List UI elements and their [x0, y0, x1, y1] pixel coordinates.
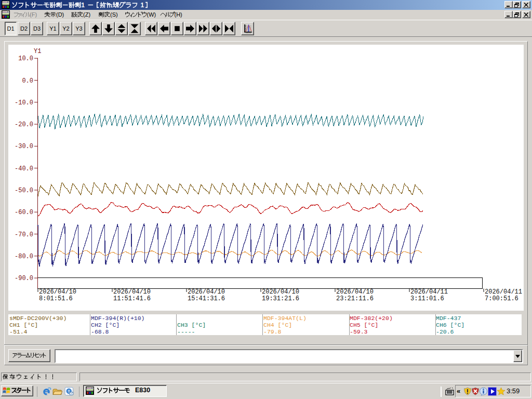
svg-text:-30.0: -30.0 — [15, 143, 33, 150]
svg-text:(W): (W) — [147, 11, 156, 18]
svg-text:(F): (F) — [30, 11, 37, 18]
svg-text:0.0: 0.0 — [22, 77, 33, 85]
svg-text:-40.0: -40.0 — [15, 165, 33, 172]
svg-text:(S): (S) — [110, 11, 118, 18]
svg-text:2026/04/11: 2026/04/11 — [485, 288, 522, 296]
svg-text:2026/04/10: 2026/04/10 — [336, 288, 374, 296]
svg-text:1: 1 — [81, 2, 85, 9]
svg-text:2026/04/10: 2026/04/10 — [188, 288, 225, 296]
svg-text:(Z): (Z) — [83, 11, 90, 18]
svg-text:11:51:41.6: 11:51:41.6 — [113, 295, 151, 302]
svg-text:-80.0: -80.0 — [15, 253, 33, 260]
svg-text:1: 1 — [141, 2, 144, 9]
svg-text:(H): (H) — [175, 11, 182, 18]
svg-text:2026/04/10: 2026/04/10 — [113, 288, 151, 296]
svg-text:2026/04/11: 2026/04/11 — [410, 288, 448, 296]
svg-text:2026/04/10: 2026/04/10 — [39, 288, 76, 296]
svg-text:E830: E830 — [135, 387, 150, 394]
svg-text:10.0: 10.0 — [18, 55, 33, 62]
svg-text:7:00:51.6: 7:00:51.6 — [485, 295, 518, 302]
svg-text:15:41:31.6: 15:41:31.6 — [188, 295, 225, 302]
svg-text:Y1: Y1 — [34, 48, 41, 55]
svg-text:-10.0: -10.0 — [15, 99, 33, 107]
svg-text:(D): (D) — [56, 11, 64, 18]
svg-text:-60.0: -60.0 — [15, 209, 33, 216]
svg-text:23:21:11.6: 23:21:11.6 — [336, 295, 374, 302]
svg-text:19:31:21.6: 19:31:21.6 — [262, 295, 299, 302]
svg-text:-90.0: -90.0 — [15, 275, 33, 282]
svg-text:-50.0: -50.0 — [15, 187, 33, 194]
svg-text:2026/04/10: 2026/04/10 — [262, 288, 299, 296]
svg-text:-20.0: -20.0 — [15, 121, 33, 128]
svg-text:3:11:01.6: 3:11:01.6 — [410, 295, 444, 302]
svg-text:-70.0: -70.0 — [15, 231, 33, 238]
svg-text:8:01:51.6: 8:01:51.6 — [39, 295, 73, 302]
